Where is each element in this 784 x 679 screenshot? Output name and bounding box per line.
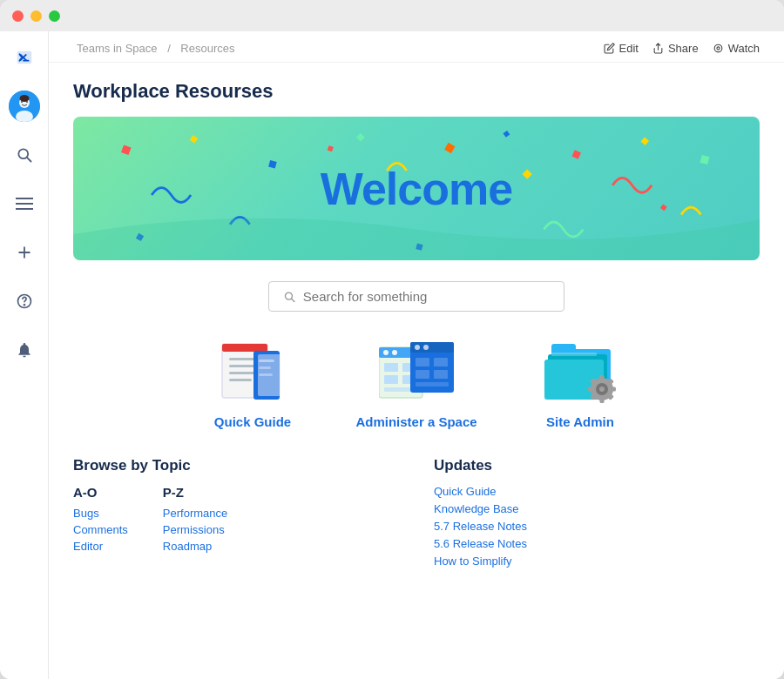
page-title: Workplace Resourses <box>73 80 760 103</box>
svg-point-58 <box>423 345 429 350</box>
svg-text:✕: ✕ <box>17 51 27 64</box>
app-window: ✕ <box>0 0 784 679</box>
svg-point-17 <box>714 44 722 52</box>
quick-guide-label: Quick Guide <box>214 414 291 429</box>
breadcrumb-part2[interactable]: Resources <box>180 42 234 55</box>
cards-row: Quick Guide <box>73 336 760 429</box>
update-link-56[interactable]: 5.6 Release Notes <box>434 537 760 550</box>
watch-button[interactable]: Watch <box>713 42 760 55</box>
share-label: Share <box>668 42 699 55</box>
browse-link-comments[interactable]: Comments <box>73 523 128 536</box>
browse-col-ao: A-O Bugs Comments Editor <box>73 485 128 556</box>
sidebar-item-create[interactable] <box>9 237 40 268</box>
sidebar-item-search[interactable] <box>9 139 40 171</box>
maximize-button[interactable] <box>49 10 60 22</box>
svg-point-49 <box>392 350 397 355</box>
svg-rect-30 <box>523 170 532 179</box>
administer-space-label: Administer a Space <box>355 414 476 429</box>
title-bar <box>0 0 784 31</box>
browse-link-bugs[interactable]: Bugs <box>73 507 128 520</box>
update-link-57[interactable]: 5.7 Release Notes <box>434 520 760 533</box>
breadcrumb: Teams in Space / Resources <box>73 42 239 55</box>
sidebar-logo[interactable]: ✕ <box>9 42 40 73</box>
svg-rect-27 <box>700 155 709 165</box>
banner-welcome-text: Welcome <box>321 163 512 215</box>
updates-section: Updates Quick Guide Knowledge Base 5.7 R… <box>434 457 760 572</box>
welcome-banner: Welcome <box>73 117 760 260</box>
breadcrumb-separator: / <box>167 42 173 55</box>
svg-rect-19 <box>121 145 132 155</box>
sidebar-item-menu[interactable] <box>9 188 40 219</box>
svg-rect-23 <box>444 143 455 153</box>
top-bar: Teams in Space / Resources Edit Share <box>49 31 784 63</box>
svg-rect-26 <box>641 137 650 145</box>
sidebar: ✕ <box>0 31 49 679</box>
svg-rect-21 <box>268 160 277 169</box>
svg-rect-52 <box>384 375 398 384</box>
svg-rect-24 <box>504 131 510 138</box>
browse-col-pz: P-Z Performance Permissions Roadmap <box>163 485 227 556</box>
browse-link-roadmap[interactable]: Roadmap <box>163 540 227 553</box>
quick-guide-icon <box>213 336 292 406</box>
browse-ao-heading: A-O <box>73 485 128 500</box>
svg-rect-40 <box>229 379 252 381</box>
close-button[interactable] <box>12 10 24 22</box>
svg-rect-74 <box>588 387 593 392</box>
svg-line-34 <box>292 299 294 301</box>
updates-title: Updates <box>434 457 760 474</box>
svg-point-48 <box>383 350 389 355</box>
svg-rect-62 <box>434 370 448 379</box>
search-bar-wrap <box>73 281 760 312</box>
svg-rect-63 <box>416 382 449 387</box>
search-input[interactable] <box>303 289 550 304</box>
svg-rect-68 <box>551 353 597 356</box>
svg-rect-72 <box>600 375 605 380</box>
update-link-knowledge-base[interactable]: Knowledge Base <box>434 502 760 515</box>
svg-rect-29 <box>328 145 334 151</box>
svg-rect-22 <box>356 133 365 142</box>
svg-rect-73 <box>600 398 605 403</box>
svg-rect-60 <box>434 358 448 366</box>
site-admin-card[interactable]: Site Admin <box>519 336 641 429</box>
app-body: ✕ <box>0 31 784 679</box>
browse-link-editor[interactable]: Editor <box>73 540 128 553</box>
svg-rect-25 <box>572 150 581 158</box>
administer-space-icon <box>377 336 456 406</box>
update-link-simplify[interactable]: How to Simplify <box>434 555 760 568</box>
share-button[interactable]: Share <box>652 42 699 55</box>
browse-link-performance[interactable]: Performance <box>163 507 227 520</box>
svg-point-57 <box>415 345 420 350</box>
svg-point-6 <box>19 95 29 102</box>
svg-point-18 <box>717 47 720 50</box>
browse-pz-heading: P-Z <box>163 485 227 500</box>
site-admin-icon <box>541 336 619 406</box>
browse-cols: A-O Bugs Comments Editor P-Z Performance… <box>73 485 399 556</box>
svg-rect-75 <box>611 387 616 392</box>
browse-section: Browse by Topic A-O Bugs Comments Editor… <box>73 457 399 572</box>
browse-link-permissions[interactable]: Permissions <box>163 523 227 536</box>
browse-title: Browse by Topic <box>73 457 399 474</box>
search-bar-icon <box>283 290 296 304</box>
svg-rect-36 <box>222 344 267 352</box>
watch-label: Watch <box>728 42 760 55</box>
sidebar-item-help[interactable] <box>9 286 40 317</box>
svg-point-71 <box>599 387 605 392</box>
edit-button[interactable]: Edit <box>604 42 639 55</box>
minimize-button[interactable] <box>30 10 42 22</box>
search-bar[interactable] <box>268 281 564 312</box>
sidebar-item-notifications[interactable] <box>9 334 40 366</box>
svg-rect-38 <box>229 365 255 367</box>
svg-line-8 <box>26 158 30 162</box>
svg-point-15 <box>24 305 24 306</box>
user-avatar[interactable] <box>9 91 40 122</box>
svg-rect-61 <box>416 370 429 379</box>
administer-space-card[interactable]: Administer a Space <box>355 336 477 429</box>
breadcrumb-part1[interactable]: Teams in Space <box>77 42 158 55</box>
svg-rect-50 <box>384 363 398 372</box>
update-link-quick-guide[interactable]: Quick Guide <box>434 485 760 498</box>
svg-rect-20 <box>190 135 198 143</box>
svg-rect-32 <box>660 204 667 211</box>
quick-guide-card[interactable]: Quick Guide <box>192 336 314 429</box>
svg-rect-45 <box>258 354 280 396</box>
site-admin-label: Site Admin <box>546 414 614 429</box>
